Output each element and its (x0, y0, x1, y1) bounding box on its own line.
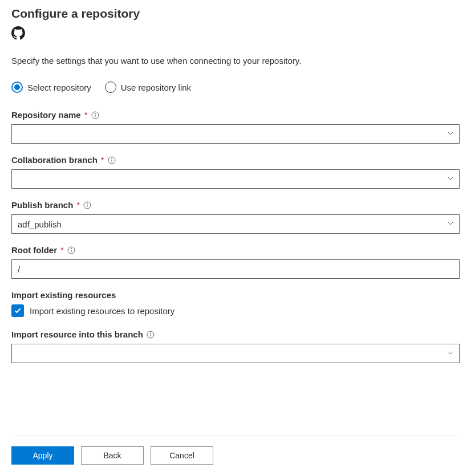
radio-empty-icon (105, 82, 116, 93)
radio-dot-icon (11, 82, 23, 93)
info-icon[interactable] (67, 246, 75, 254)
svg-point-11 (71, 248, 71, 249)
required-asterisk: * (60, 245, 64, 255)
radio-use-link[interactable]: Use repository link (105, 82, 191, 93)
radio-select-repository-label: Select repository (27, 83, 91, 92)
svg-point-8 (87, 203, 88, 204)
import-branch-label: Import resource into this branch (11, 329, 460, 339)
required-asterisk: * (76, 200, 80, 210)
github-icon (11, 26, 460, 42)
import-existing-checkbox-label: Import existing resources to repository (30, 306, 174, 316)
collab-branch-dropdown[interactable] (11, 169, 460, 189)
info-icon[interactable] (147, 331, 155, 339)
root-folder-label-text: Root folder (11, 245, 57, 255)
footer: Apply Back Cancel (11, 436, 460, 476)
repo-name-label: Repository name * (11, 110, 460, 120)
repo-name-dropdown[interactable] (11, 124, 460, 144)
svg-point-14 (150, 332, 151, 333)
required-asterisk: * (101, 155, 104, 165)
info-icon[interactable] (83, 201, 91, 209)
radio-select-repository[interactable]: Select repository (11, 82, 91, 93)
publish-branch-label-text: Publish branch (11, 200, 73, 210)
page-title: Configure a repository (11, 7, 460, 21)
root-folder-label: Root folder * (11, 245, 460, 255)
repo-name-label-text: Repository name (11, 110, 81, 120)
required-asterisk: * (84, 110, 88, 120)
import-existing-section-label: Import existing resources (11, 290, 460, 300)
svg-point-5 (111, 158, 112, 158)
publish-branch-value: adf_publish (18, 219, 62, 229)
import-branch-label-text: Import resource into this branch (11, 329, 143, 339)
collab-branch-label: Collaboration branch * (11, 155, 460, 165)
description-text: Specify the settings that you want to us… (11, 56, 460, 66)
info-icon[interactable] (108, 156, 116, 164)
checkmark-icon (11, 304, 24, 317)
import-branch-dropdown[interactable] (11, 344, 460, 363)
root-folder-input[interactable] (11, 259, 460, 279)
publish-branch-dropdown[interactable]: adf_publish (11, 214, 460, 234)
mode-radio-group: Select repository Use repository link (11, 82, 460, 93)
collab-branch-label-text: Collaboration branch (11, 155, 98, 165)
svg-point-2 (95, 113, 95, 113)
info-icon[interactable] (91, 111, 99, 119)
cancel-button[interactable]: Cancel (151, 446, 213, 465)
publish-branch-label: Publish branch * (11, 200, 460, 210)
back-button[interactable]: Back (81, 446, 144, 465)
import-existing-checkbox[interactable]: Import existing resources to repository (11, 304, 460, 317)
radio-use-link-label: Use repository link (121, 83, 191, 92)
import-existing-section-text: Import existing resources (11, 290, 116, 300)
apply-button[interactable]: Apply (11, 446, 74, 465)
